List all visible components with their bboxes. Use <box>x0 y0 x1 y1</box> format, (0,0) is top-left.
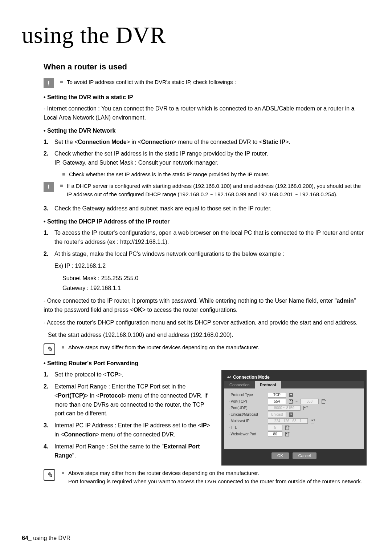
list-number: 3. <box>44 204 51 213</box>
list-number: 3. <box>44 421 51 439</box>
note-text: Above steps may differ from the router d… <box>62 469 362 486</box>
multicast-ip-field: 224 . 126 . 63 . 1 <box>268 418 308 424</box>
paragraph: Set the start address (192.168.0.100) an… <box>44 331 367 340</box>
list-item: Set the <Connection Mode> in <Connection… <box>54 138 290 147</box>
sub-heading-static-ip: • Setting the DVR with a static IP <box>44 94 367 101</box>
paragraph: - Internet connection : You can connect … <box>44 104 367 122</box>
dropdown-icon[interactable]: ▼ <box>289 393 293 397</box>
chapter-title: using the DVR <box>22 22 370 51</box>
field-label: · Webviewer Port <box>229 432 265 436</box>
list-item: Check whether the set IP address is in t… <box>54 149 268 168</box>
field-label: · Multicast IP <box>229 419 265 423</box>
port-udp-field: 8000 ~ 8159 <box>268 405 301 411</box>
warning-icon: ! <box>44 78 54 88</box>
sub-heading-port-forwarding: • Setting Router's Port Forwarding <box>44 360 367 367</box>
protocol-type-select[interactable]: TCP <box>268 392 286 398</box>
warning-icon: ! <box>44 182 54 192</box>
ttl-field: 5 <box>268 425 282 430</box>
note-icon: ✎ <box>44 469 55 481</box>
note-icon: ✎ <box>44 343 55 355</box>
stepper-icon[interactable]: ▲▼ <box>289 399 293 404</box>
list-number: 1. <box>44 229 51 247</box>
stepper-icon[interactable]: ▲▼ <box>311 419 314 423</box>
field-label: · Unicast/Multicast <box>229 412 265 416</box>
list-number: 2. <box>44 149 51 168</box>
stepper-icon[interactable]: ▲▼ <box>303 406 307 410</box>
warning-text: To avoid IP address conflict with the DV… <box>60 78 236 86</box>
example-line: Gateway : 192.168.1.1 <box>44 284 367 293</box>
list-number: 2. <box>44 382 51 418</box>
screenshot-connection-mode: ↩ Connection Mode Connection Protocol · … <box>221 370 367 466</box>
list-number: 4. <box>44 442 51 460</box>
list-item: Internal Port Range : Set the same to th… <box>54 442 214 460</box>
screenshot-titlebar: ↩ Connection Mode <box>224 373 364 381</box>
sub-heading-dhcp: • Setting the DHCP IP Address of the IP … <box>44 218 367 225</box>
list-item: Set the protocol to <TCP>. <box>54 370 123 379</box>
list-item: At this stage, make the local PC's windo… <box>54 250 284 259</box>
note-text: Above steps may differ from the router d… <box>62 343 259 352</box>
ok-button[interactable]: OK <box>271 452 289 459</box>
list-number: 2. <box>44 250 51 259</box>
example-line: Subnet Mask : 255.255.255.0 <box>44 274 367 283</box>
sub-heading-dvr-network: • Setting the DVR Network <box>44 128 367 134</box>
list-item: Internal PC IP Address : Enter the IP ad… <box>54 421 214 439</box>
warning-text: If a DHCP server is configured with star… <box>60 182 367 198</box>
tab-connection[interactable]: Connection <box>224 381 255 388</box>
list-number: 1. <box>44 138 51 147</box>
paragraph: - Once connected to the IP router, it pr… <box>44 297 367 315</box>
dropdown-icon[interactable]: ▼ <box>289 412 293 417</box>
port-tcp-end: 558 <box>301 399 319 404</box>
unicast-multicast-select: Unicast <box>268 412 286 417</box>
list-item: External Port Range : Enter the TCP Port… <box>54 382 214 418</box>
stepper-icon[interactable]: ▲▼ <box>285 426 289 430</box>
page-footer: 64_ using the DVR <box>22 535 70 541</box>
stepper-icon[interactable]: ▲▼ <box>322 399 325 404</box>
section-heading: When a router is used <box>44 62 367 72</box>
back-icon[interactable]: ↩ <box>227 375 231 380</box>
webviewer-port-field[interactable]: 80 <box>268 431 282 437</box>
field-label: · TTL <box>229 426 265 430</box>
example-line: Ex) IP : 192.168.1.2 <box>44 262 367 271</box>
tab-protocol[interactable]: Protocol <box>255 381 281 388</box>
list-number: 1. <box>44 370 51 379</box>
paragraph: - Access the router's DHCP configuration… <box>44 318 367 327</box>
list-item: Check the Gateway address and subnet mas… <box>54 204 271 213</box>
list-item: To access the IP router's configurations… <box>54 229 367 247</box>
stepper-icon[interactable]: ▲▼ <box>285 432 289 436</box>
field-label: · Protocol Type <box>229 393 265 397</box>
field-label: · Port(TCP) <box>229 399 265 403</box>
port-tcp-start[interactable]: 554 <box>268 399 286 404</box>
sub-bullet: Check whether the set IP address is in t… <box>62 170 367 179</box>
field-label: · Port(UDP) <box>229 406 265 410</box>
cancel-button[interactable]: Cancel <box>293 452 317 459</box>
